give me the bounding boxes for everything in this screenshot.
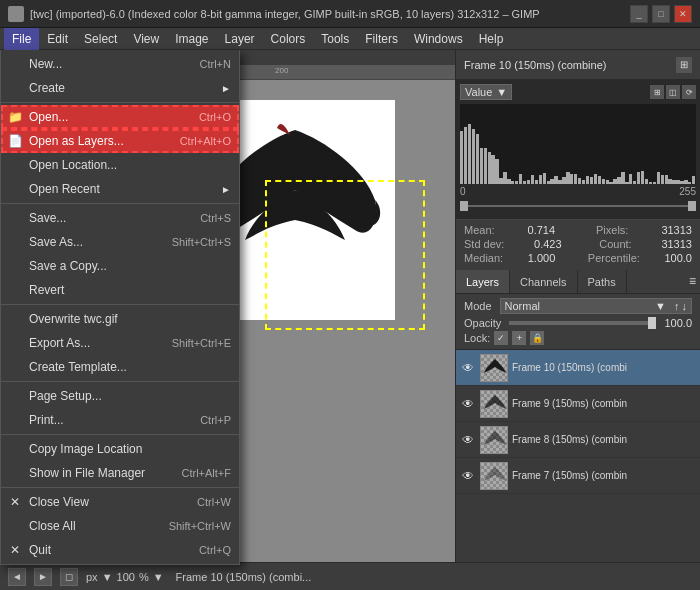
histogram-btn1[interactable]: ⊞: [650, 85, 664, 99]
layers-panel: Layers Channels Paths ≡ Mode Normal ▼ ↑ …: [456, 270, 700, 562]
stats-row-3: Median: 1.000 Percentile: 100.0: [464, 252, 692, 264]
menu-revert[interactable]: Revert: [1, 278, 239, 302]
layers-controls: Mode Normal ▼ ↑ ↓ Opacity 100.0 Loc: [456, 294, 700, 350]
histogram-btn3[interactable]: ⟳: [682, 85, 696, 99]
menu-layer[interactable]: Layer: [217, 28, 263, 50]
menu-export-as[interactable]: Export As... Shift+Ctrl+E: [1, 331, 239, 355]
right-panel: Frame 10 (150ms) (combine) ⊞ Value ▼ ⊞ ◫…: [455, 50, 700, 562]
menu-filters[interactable]: Filters: [357, 28, 406, 50]
menu-file[interactable]: File: [4, 28, 39, 50]
histogram-mode-select[interactable]: Value ▼: [460, 84, 512, 100]
menu-new[interactable]: New... Ctrl+N: [1, 52, 239, 76]
histogram-stats: Mean: 0.714 Pixels: 31313 Std dev: 0.423…: [456, 220, 700, 270]
menu-windows[interactable]: Windows: [406, 28, 471, 50]
menu-save-copy[interactable]: Save a Copy...: [1, 254, 239, 278]
layer-thumbnail: [480, 426, 508, 454]
histogram-display: [460, 104, 696, 184]
lock-row: Lock: ✓ + 🔒: [464, 331, 692, 345]
nav-right-button[interactable]: ►: [34, 568, 52, 586]
menu-image[interactable]: Image: [167, 28, 216, 50]
menu-open-as-layers[interactable]: 📄 Open as Layers... Ctrl+Alt+O: [1, 129, 239, 153]
lock-position-button[interactable]: +: [512, 331, 526, 345]
bottom-frame-info: Frame 10 (150ms) (combi...: [176, 571, 312, 583]
frame-header: Frame 10 (150ms) (combine) ⊞: [456, 50, 700, 80]
menu-show-file-manager[interactable]: Show in File Manager Ctrl+Alt+F: [1, 461, 239, 485]
opacity-slider[interactable]: [509, 321, 656, 325]
nav-left-button[interactable]: ◄: [8, 568, 26, 586]
menu-help[interactable]: Help: [471, 28, 512, 50]
menu-print[interactable]: Print... Ctrl+P: [1, 408, 239, 432]
menu-save-as[interactable]: Save As... Shift+Ctrl+S: [1, 230, 239, 254]
window-controls[interactable]: _ □ ✕: [630, 5, 692, 23]
histogram-section: Value ▼ ⊞ ◫ ⟳ 0 255: [456, 80, 700, 220]
menu-copy-location[interactable]: Copy Image Location: [1, 437, 239, 461]
zoom-info: px ▼ 100 % ▼: [86, 571, 164, 583]
layer-visibility-toggle[interactable]: 👁: [460, 468, 476, 484]
menu-edit[interactable]: Edit: [39, 28, 76, 50]
menu-quit[interactable]: ✕ Quit Ctrl+Q: [1, 538, 239, 562]
menu-save[interactable]: Save... Ctrl+S: [1, 206, 239, 230]
menu-view[interactable]: View: [125, 28, 167, 50]
tab-channels[interactable]: Channels: [510, 270, 577, 293]
layer-mode-select[interactable]: Normal ▼ ↑ ↓: [500, 298, 692, 314]
title-bar: [twc] (imported)-6.0 (Indexed color 8-bi…: [0, 0, 700, 28]
minimize-button[interactable]: _: [630, 5, 648, 23]
menu-open-recent[interactable]: Open Recent ►: [1, 177, 239, 201]
layer-item[interactable]: 👁 Frame 10 (150ms) (combi: [456, 350, 700, 386]
lock-all-button[interactable]: 🔒: [530, 331, 544, 345]
quit-icon: ✕: [7, 543, 23, 557]
layer-item[interactable]: 👁 Frame 9 (150ms) (combin: [456, 386, 700, 422]
menu-close-all[interactable]: Close All Shift+Ctrl+W: [1, 514, 239, 538]
layers-mode-row: Mode Normal ▼ ↑ ↓: [464, 298, 692, 314]
layer-visibility-toggle[interactable]: 👁: [460, 360, 476, 376]
file-menu-dropdown: New... Ctrl+N Create ► 📁 Open... Ctrl+O …: [0, 50, 240, 565]
layer-item[interactable]: 👁 Frame 7 (150ms) (combin: [456, 458, 700, 494]
layers-list: 👁 Frame 10 (150ms) (combi 👁 Frame 9 (150…: [456, 350, 700, 562]
histogram-header: Value ▼ ⊞ ◫ ⟳: [460, 84, 696, 100]
layer-thumbnail: [480, 462, 508, 490]
layer-visibility-toggle[interactable]: 👁: [460, 432, 476, 448]
tab-layers[interactable]: Layers: [456, 270, 510, 293]
menu-bar: File Edit Select View Image Layer Colors…: [0, 28, 700, 50]
window-title: [twc] (imported)-6.0 (Indexed color 8-bi…: [30, 8, 540, 20]
menu-select[interactable]: Select: [76, 28, 125, 50]
layers-tabs: Layers Channels Paths ≡: [456, 270, 700, 294]
layer-visibility-toggle[interactable]: 👁: [460, 396, 476, 412]
stats-row-1: Mean: 0.714 Pixels: 31313: [464, 224, 692, 236]
lock-pixels-button[interactable]: ✓: [494, 331, 508, 345]
stats-row-2: Std dev: 0.423 Count: 31313: [464, 238, 692, 250]
histogram-btn2[interactable]: ◫: [666, 85, 680, 99]
menu-overwrite[interactable]: Overwrite twc.gif: [1, 307, 239, 331]
menu-open-location[interactable]: Open Location...: [1, 153, 239, 177]
histogram-slider[interactable]: [460, 199, 696, 213]
open-icon: 📁: [7, 110, 23, 124]
nav-fit-button[interactable]: ◻: [60, 568, 78, 586]
panel-menu-button[interactable]: ⊞: [676, 57, 692, 73]
frame-label: Frame 10 (150ms) (combine): [464, 59, 606, 71]
layer-thumbnail: [480, 390, 508, 418]
app-icon: [8, 6, 24, 22]
menu-tools[interactable]: Tools: [313, 28, 357, 50]
histogram-range: 0 255: [460, 186, 696, 197]
bottom-bar: ◄ ► ◻ px ▼ 100 % ▼ Frame 10 (150ms) (com…: [0, 562, 700, 590]
layers-panel-menu[interactable]: ≡: [685, 270, 700, 293]
canvas-selection: [265, 180, 425, 330]
menu-colors[interactable]: Colors: [263, 28, 314, 50]
opacity-row: Opacity 100.0: [464, 317, 692, 329]
maximize-button[interactable]: □: [652, 5, 670, 23]
layer-item[interactable]: 👁 Frame 8 (150ms) (combin: [456, 422, 700, 458]
menu-create[interactable]: Create ►: [1, 76, 239, 100]
tab-paths[interactable]: Paths: [578, 270, 627, 293]
open-layers-icon: 📄: [7, 134, 23, 148]
menu-close-view[interactable]: ✕ Close View Ctrl+W: [1, 490, 239, 514]
menu-create-template[interactable]: Create Template...: [1, 355, 239, 379]
close-button[interactable]: ✕: [674, 5, 692, 23]
menu-open[interactable]: 📁 Open... Ctrl+O: [1, 105, 239, 129]
layer-thumbnail: [480, 354, 508, 382]
menu-page-setup[interactable]: Page Setup...: [1, 384, 239, 408]
close-view-icon: ✕: [7, 495, 23, 509]
